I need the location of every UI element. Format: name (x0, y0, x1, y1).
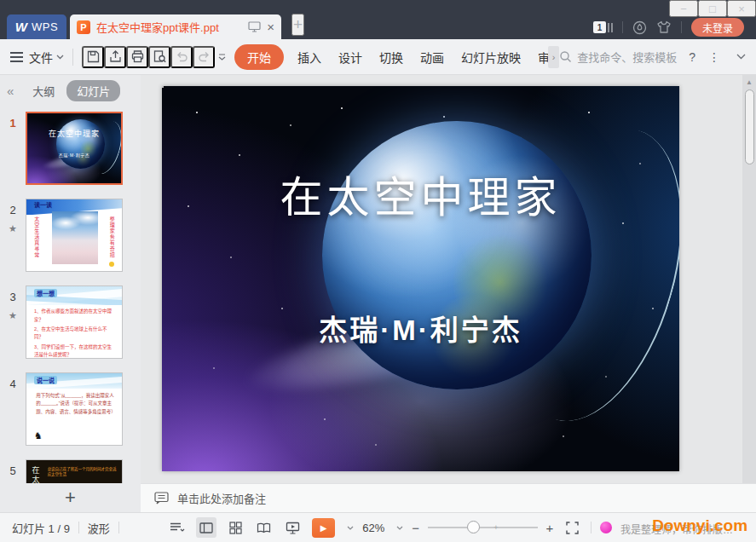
play-options-chevron-icon[interactable] (347, 526, 354, 530)
scroll-up-icon[interactable]: ▲ (746, 78, 753, 86)
tab-insert[interactable]: 插入 (297, 49, 321, 66)
slide-thumbnail-2[interactable]: 2 ★ 读一读 太空生活真寻常 整理家务有奇招 (0, 199, 141, 272)
theme-name[interactable]: 波形 (88, 520, 110, 536)
tab-outline[interactable]: 大纲 (32, 83, 55, 99)
slide-canvas[interactable]: 在太空中理家 杰瑞·M·利宁杰 (162, 86, 679, 471)
slide-thumbnail-3[interactable]: 3 ★ 想一想 1、作者从哪些方面叙述的在太空中理家？ 2、在太空中生活与地球上… (0, 285, 141, 359)
zoom-level[interactable]: 62% (362, 522, 384, 534)
titlebar: W WPS P 在太空中理家ppt课件.ppt × + − □ × 1 (0, 0, 756, 39)
tab-slides[interactable]: 幻灯片 (66, 80, 120, 101)
notes-placeholder[interactable]: 单击此处添加备注 (177, 490, 266, 506)
knight-icon: ♞ (34, 430, 43, 441)
print-preview-button[interactable] (148, 46, 170, 68)
collapse-panel-button[interactable]: « (7, 84, 14, 98)
slide-number: 4 (9, 378, 15, 390)
animation-star-icon: ★ (9, 310, 17, 321)
slide-number: 3 (9, 291, 15, 303)
more-options-button[interactable]: ⋮ (708, 50, 720, 64)
vertical-scrollbar[interactable]: ▲ (742, 75, 756, 483)
tasks-badge: 1 (593, 21, 606, 33)
slide-sorter-view-button[interactable] (225, 517, 245, 538)
document-tab[interactable]: P 在太空中理家ppt课件.ppt × (70, 14, 281, 39)
scrollbar-thumb[interactable] (745, 89, 754, 164)
collapse-ribbon-icon[interactable] (736, 54, 746, 60)
login-button[interactable]: 未登录 (691, 18, 744, 37)
undo-button[interactable] (170, 46, 193, 68)
thumbnail-preview[interactable]: 想一想 1、作者从哪些方面叙述的在太空中理家？ 2、在太空中生活与地球上有什么不… (26, 285, 123, 359)
tab-close-icon[interactable]: × (267, 20, 274, 34)
slide-thumbnail-4[interactable]: 4 说一说 用下列句式“从______，我读出理家人的______。”说话（提示… (0, 372, 141, 446)
print-button[interactable] (126, 46, 148, 68)
document-tab-title: 在太空中理家ppt课件.ppt (96, 19, 242, 35)
thumbnail-preview[interactable]: 在太空中理家 杰瑞·M·利宁杰 (26, 112, 123, 185)
command-search[interactable]: 查找命令、搜索模板 (559, 49, 677, 65)
search-placeholder: 查找命令、搜索模板 (577, 49, 677, 65)
status-bar: 幻灯片 1 / 9 波形 ▶ 62% − (0, 512, 756, 542)
wps-logo-icon: W (15, 20, 27, 34)
slide-title[interactable]: 在太空中理家 (162, 163, 679, 224)
maximize-button[interactable]: □ (698, 0, 727, 17)
redo-button[interactable] (193, 46, 215, 68)
play-icon: ▶ (320, 523, 327, 533)
editing-area: 在太空中理家 杰瑞·M·利宁杰 ▲ (141, 75, 756, 483)
zoom-in-button[interactable]: + (546, 521, 554, 535)
slide-counter: 幻灯片 1 / 9 (12, 520, 70, 536)
titlebar-right-cluster: 1 未登录 (593, 18, 744, 37)
slide-thumbnail-1[interactable]: 1 在太空中理家 杰瑞·M·利宁杰 (0, 112, 141, 185)
slide-number: 5 (9, 464, 15, 477)
search-icon (559, 50, 572, 63)
save-button[interactable] (82, 46, 104, 68)
thumbnail-preview[interactable]: 说一说 用下列句式“从______，我读出理家人的______。”说话（提示：可… (26, 372, 123, 446)
tab-home[interactable]: 开始 (234, 44, 284, 70)
tab-design[interactable]: 设计 (338, 49, 362, 66)
wps-home-tab[interactable]: W WPS (7, 14, 66, 39)
slide-number: 1 (9, 117, 15, 130)
watermark-text: Downyi.com (652, 516, 747, 535)
sky-photo (52, 211, 98, 264)
zoom-options-chevron-icon[interactable] (396, 526, 403, 530)
presentation-mode-icon[interactable] (248, 21, 261, 32)
thumbnail-preview[interactable]: 读一读 太空生活真寻常 整理家务有奇招 (26, 199, 123, 272)
export-button[interactable] (104, 46, 126, 68)
thumbnail-list: 1 在太空中理家 杰瑞·M·利宁杰 2 (0, 106, 141, 483)
promo-area: 我是整理师，帮你排版… Downyi.com (620, 517, 744, 538)
minimize-button[interactable]: − (669, 0, 698, 17)
normal-view-button[interactable] (196, 517, 216, 538)
toolbar-more-icon[interactable] (218, 54, 226, 61)
space-background: 在太空中理家 杰瑞·M·利宁杰 (27, 113, 121, 183)
slide-thumbnail-5[interactable]: 5 在太 总说自己花了将近一个月的时间才完全适应太空生活 (0, 459, 141, 483)
add-slide-button[interactable]: + (65, 488, 76, 507)
help-button[interactable]: ? (689, 50, 695, 64)
ribbon-far-right: ? ⋮ (689, 50, 746, 64)
window-manage-icon[interactable]: 1 (593, 21, 613, 33)
ribbon-toolbar: 文件 开始 插入 设计 切换 动画 幻灯片放映 审 (0, 39, 756, 75)
activity-icon[interactable] (632, 20, 647, 35)
comment-icon (154, 492, 169, 505)
notes-bar[interactable]: 单击此处添加备注 (141, 483, 756, 512)
zoom-out-button[interactable]: − (412, 521, 419, 535)
notes-toggle-button[interactable] (167, 517, 188, 538)
reading-view-button[interactable] (254, 517, 274, 538)
slide-subtitle[interactable]: 杰瑞·M·利宁杰 (162, 308, 679, 349)
chevron-down-icon[interactable] (56, 55, 64, 60)
close-button[interactable]: × (727, 0, 756, 17)
slideshow-view-button[interactable] (283, 517, 303, 538)
assistant-icon[interactable] (600, 522, 612, 533)
ppt-file-icon: P (77, 20, 90, 34)
skin-icon[interactable] (656, 20, 672, 34)
new-tab-button[interactable]: + (291, 14, 304, 36)
menu-icon[interactable] (10, 52, 23, 62)
zoom-slider-handle[interactable] (467, 521, 480, 533)
tab-animation[interactable]: 动画 (420, 49, 444, 66)
file-menu[interactable]: 文件 (29, 49, 53, 66)
animation-star-icon: ★ (9, 223, 17, 234)
fit-to-window-button[interactable] (562, 517, 582, 538)
play-slideshow-button[interactable]: ▶ (312, 518, 336, 538)
thumbnail-preview[interactable]: 在太 总说自己花了将近一个月的时间才完全适应太空生活 (26, 459, 123, 483)
sun-icon (109, 262, 114, 267)
tab-transition[interactable]: 切换 (379, 49, 403, 66)
tab-scroll-right-button[interactable]: › (548, 46, 559, 68)
slide-number: 2 (9, 204, 15, 216)
tab-slideshow[interactable]: 幻灯片放映 (461, 49, 521, 66)
zoom-slider[interactable]: + (428, 521, 537, 534)
